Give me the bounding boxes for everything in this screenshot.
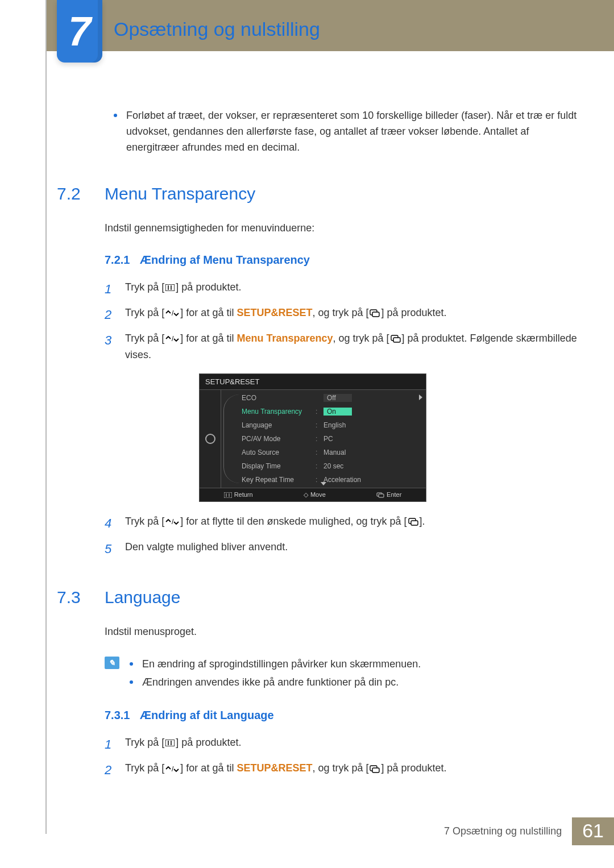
osd-title: SETUP&RESET — [200, 374, 426, 390]
chevron-down-icon — [321, 482, 326, 485]
bullet-icon — [130, 680, 133, 684]
osd-footer-return: Return — [224, 491, 253, 499]
osd-value-off: Off — [323, 394, 352, 402]
chevron-right-icon — [419, 394, 422, 400]
osd-value: 20 sec — [323, 462, 426, 470]
section-number: 7.3 — [57, 588, 91, 607]
osd-footer-move: ◇Move — [304, 491, 326, 499]
steps-7-2-1: 1 Tryk på [] på produktet. 2 Tryk på [/]… — [105, 279, 580, 363]
osd-list: ECO Off Menu Transparency : On Language … — [221, 390, 426, 488]
osd-footer-enter: Enter — [376, 491, 401, 499]
step-text: Tryk på [] på produktet. — [125, 279, 241, 296]
steps-7-2-1-cont: 4 Tryk på [/] for at flytte til den ønsk… — [105, 513, 580, 559]
osd-value: Manual — [323, 448, 426, 456]
enter-icon — [370, 309, 380, 318]
chapter-title: Opsætning og nulstilling — [114, 18, 320, 40]
note-text-2: Ændringen anvendes ikke på andre funktio… — [142, 675, 399, 691]
svg-rect-16 — [411, 521, 418, 525]
osd-label: PC/AV Mode — [242, 435, 316, 443]
note-text-1: En ændring af sprogindstillingen påvirke… — [142, 657, 421, 672]
note-icon: ✎ — [105, 657, 119, 669]
step-number: 1 — [105, 279, 115, 299]
svg-rect-17 — [165, 740, 175, 746]
section-7-3-heading: 7.3 Language — [57, 588, 580, 607]
section-7-3-desc: Indstil menusproget. — [105, 624, 580, 640]
section-7-2-heading: 7.2 Menu Transparency — [57, 184, 580, 203]
gear-icon — [205, 434, 215, 444]
step-number: 3 — [105, 330, 115, 350]
section-number: 7.2 — [57, 184, 91, 203]
svg-rect-5 — [372, 312, 379, 317]
subsection-7-3-1-heading: 7.3.1 Ændring af dit Language — [105, 709, 580, 722]
osd-value: Acceleration — [323, 476, 426, 484]
target-setup-reset: SETUP&RESET — [237, 307, 312, 318]
steps-7-3-1: 1 Tryk på [] på produktet. 2 Tryk på [/]… — [105, 734, 580, 780]
step-text: Tryk på [/] for at flytte til den ønsked… — [125, 513, 425, 530]
intro-bullet-block: Forløbet af træet, der vokser, er repræs… — [114, 108, 580, 156]
subsection-7-2-1-heading: 7.2.1 Ændring af Menu Transparency — [105, 254, 580, 267]
osd-label: ECO — [242, 394, 316, 402]
step-text: Den valgte mulighed bliver anvendt. — [125, 539, 288, 555]
section-7-2-desc: Indstil gennemsigtigheden for menuvindue… — [105, 221, 580, 236]
note-block: ✎ En ændring af sprogindstillingen påvir… — [105, 657, 580, 693]
osd-row-pcav: PC/AV Mode : PC — [242, 433, 426, 445]
osd-label: Display Time — [242, 462, 316, 470]
osd-value-on: On — [323, 408, 352, 416]
osd-label: Auto Source — [242, 448, 316, 456]
chapter-number: 7 — [68, 8, 91, 55]
svg-rect-8 — [393, 338, 400, 342]
step-number: 2 — [105, 305, 115, 325]
svg-rect-9 — [224, 492, 232, 498]
osd-category-icon-column — [200, 390, 221, 488]
osd-label: Key Repeat Time — [242, 476, 316, 484]
left-margin-rule — [45, 0, 47, 834]
osd-row-language: Language : English — [242, 420, 426, 431]
step-text: Tryk på [/] for at gå til Menu Transpare… — [125, 330, 580, 363]
menu-icon — [165, 283, 175, 292]
svg-rect-13 — [379, 494, 384, 497]
osd-row-autosource: Auto Source : Manual — [242, 447, 426, 458]
subsection-title: Ændring af dit Language — [140, 709, 274, 721]
footer-crumb: 7 Opsætning og nulstilling — [434, 817, 572, 845]
svg-text:/: / — [172, 335, 174, 342]
svg-text:/: / — [172, 310, 174, 317]
up-down-icon: / — [165, 517, 179, 526]
chapter-badge: 7 — [57, 0, 102, 63]
up-down-icon: / — [165, 309, 179, 318]
osd-value: PC — [323, 435, 426, 443]
page-footer: 7 Opsætning og nulstilling 61 — [434, 817, 614, 845]
target-setup-reset: SETUP&RESET — [237, 762, 312, 774]
svg-rect-22 — [372, 768, 379, 773]
page-number: 61 — [572, 817, 614, 845]
svg-text:/: / — [172, 518, 174, 525]
osd-row-eco: ECO Off — [242, 392, 426, 404]
osd-row-displaytime: Display Time : 20 sec — [242, 460, 426, 472]
osd-value: English — [323, 421, 426, 429]
svg-text:/: / — [172, 766, 174, 773]
osd-row-keyrepeat: Key Repeat Time : Acceleration — [242, 474, 426, 485]
osd-footer: Return ◇Move Enter — [200, 488, 426, 502]
bullet-icon — [114, 114, 117, 117]
section-title: Language — [105, 588, 180, 607]
step-text: Tryk på [/] for at gå til SETUP&RESET, o… — [125, 305, 447, 321]
intro-bullet-text: Forløbet af træet, der vokser, er repræs… — [126, 108, 580, 156]
enter-icon — [408, 517, 418, 526]
enter-icon — [370, 765, 380, 774]
page-content: Forløbet af træet, der vokser, er repræs… — [57, 108, 580, 786]
osd-label: Menu Transparency — [242, 408, 316, 416]
enter-icon — [391, 334, 401, 343]
step-number: 4 — [105, 513, 115, 533]
bullet-icon — [130, 662, 133, 666]
target-menu-transparency: Menu Transparency — [237, 333, 333, 344]
menu-icon — [165, 738, 175, 747]
osd-label: Language — [242, 421, 316, 429]
up-down-icon: / — [165, 765, 179, 774]
section-title: Menu Transparency — [105, 184, 255, 203]
osd-row-menu-transparency: Menu Transparency : On — [242, 406, 426, 417]
osd-screenshot: SETUP&RESET ECO Off Menu Transparency : … — [199, 373, 426, 502]
svg-rect-0 — [165, 284, 175, 291]
step-number: 5 — [105, 539, 115, 559]
step-number: 2 — [105, 760, 115, 780]
subsection-title: Ændring af Menu Transparency — [140, 254, 310, 266]
up-down-icon: / — [165, 334, 179, 343]
